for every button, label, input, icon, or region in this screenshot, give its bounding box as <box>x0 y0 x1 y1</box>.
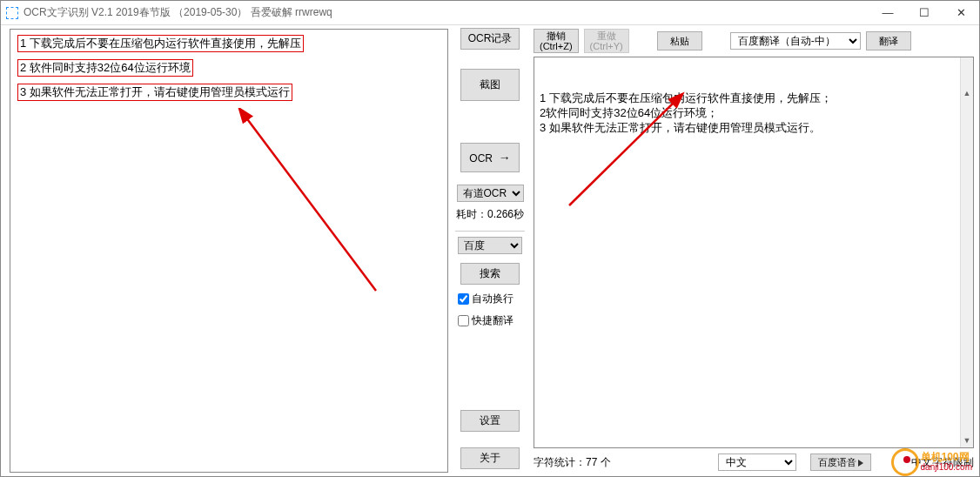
ocr-box-1: 1 下载完成后不要在压缩包内运行软件直接使用，先解压 <box>17 35 304 52</box>
image-preview-panel: 1 下载完成后不要在压缩包内运行软件直接使用，先解压 2 软件同时支持32位64… <box>10 29 448 473</box>
titlebar: OCR文字识别 V2.1 2019春节版 （2019-05-30） 吾爱破解 r… <box>1 1 979 25</box>
char-count-label: 字符统计：77 个 <box>534 455 611 470</box>
annotation-arrow-left <box>237 108 393 299</box>
app-icon <box>6 7 18 19</box>
svg-line-0 <box>245 117 376 291</box>
char-limit-label: 中文字符限制 <box>911 455 974 470</box>
screenshot-button[interactable]: 截图 <box>460 69 520 101</box>
undo-button[interactable]: 撤销 (Ctrl+Z) <box>534 29 579 53</box>
redo-button[interactable]: 重做 (Ctrl+Y) <box>584 29 629 53</box>
close-button[interactable]: ✕ <box>943 1 979 24</box>
output-toolbar: 撤销 (Ctrl+Z) 重做 (Ctrl+Y) 粘贴 百度翻译（自动-中） 翻译 <box>534 29 974 53</box>
translate-button[interactable]: 翻译 <box>866 31 911 50</box>
divider <box>455 231 525 232</box>
output-textarea[interactable]: 1 下载完成后不要在压缩包内运行软件直接使用，先解压； 2软件同时支持32位64… <box>534 57 974 448</box>
scrollbar-vertical[interactable]: ▲ ▼ <box>960 57 973 447</box>
timing-label: 耗时：0.266秒 <box>456 207 524 222</box>
voice-button[interactable]: 百度语音 <box>810 453 871 471</box>
language-select[interactable]: 中文 <box>718 453 796 471</box>
translate-engine-select[interactable]: 百度翻译（自动-中） <box>730 32 861 50</box>
arrow-right-icon: → <box>499 151 511 165</box>
window-title: OCR文字识别 V2.1 2019春节版 （2019-05-30） 吾爱破解 r… <box>23 5 869 20</box>
search-button[interactable]: 搜索 <box>460 263 520 285</box>
search-engine-select[interactable]: 百度 <box>458 237 522 254</box>
autowrap-checkbox[interactable] <box>458 293 469 305</box>
control-panel: OCR记录 截图 OCR → 有道OCR 耗时：0.266秒 百度 搜索 自动换… <box>448 25 532 476</box>
window-controls: — ☐ ✕ <box>869 1 979 24</box>
maximize-button[interactable]: ☐ <box>906 1 943 24</box>
autowrap-row[interactable]: 自动换行 <box>458 292 522 306</box>
scroll-up-icon[interactable]: ▲ <box>961 87 973 100</box>
ocr-box-3: 3 如果软件无法正常打开，请右键使用管理员模式运行 <box>17 84 292 101</box>
scroll-down-icon[interactable]: ▼ <box>961 434 973 447</box>
quicktrans-row[interactable]: 快捷翻译 <box>458 313 522 328</box>
output-panel: 撤销 (Ctrl+Z) 重做 (Ctrl+Y) 粘贴 百度翻译（自动-中） 翻译… <box>532 25 979 476</box>
settings-button[interactable]: 设置 <box>460 410 520 432</box>
body-area: 1 下载完成后不要在压缩包内运行软件直接使用，先解压 2 软件同时支持32位64… <box>1 25 979 476</box>
quicktrans-checkbox[interactable] <box>458 315 469 326</box>
annotation-arrow-right <box>534 57 708 214</box>
status-bar: 字符统计：77 个 中文 百度语音 中文字符限制 <box>534 452 974 473</box>
paste-button[interactable]: 粘贴 <box>657 31 702 50</box>
about-button[interactable]: 关于 <box>460 447 520 469</box>
ocr-engine-select[interactable]: 有道OCR <box>457 185 524 202</box>
ocr-record-button[interactable]: OCR记录 <box>460 28 520 50</box>
ocr-box-2: 2 软件同时支持32位64位运行环境 <box>17 59 193 77</box>
play-icon <box>858 460 863 467</box>
ocr-button[interactable]: OCR → <box>460 143 520 172</box>
app-window: OCR文字识别 V2.1 2019春节版 （2019-05-30） 吾爱破解 r… <box>0 0 980 477</box>
minimize-button[interactable]: — <box>869 1 906 24</box>
